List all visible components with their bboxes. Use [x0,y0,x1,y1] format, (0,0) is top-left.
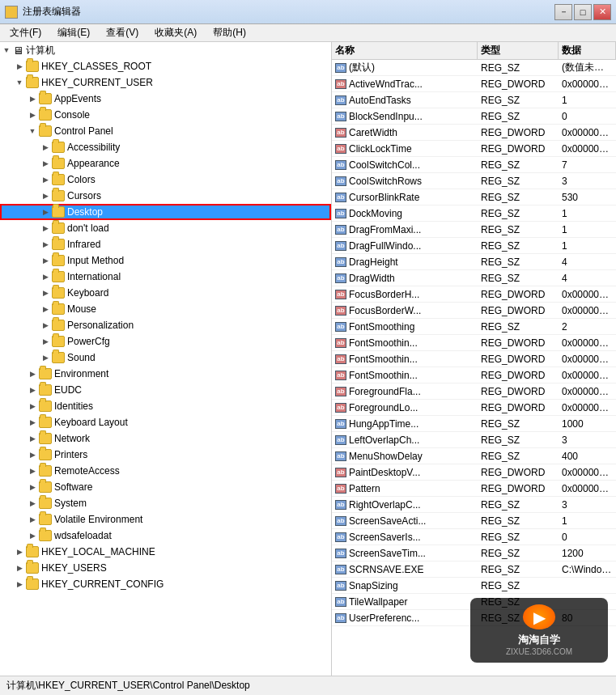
tree-item-eudc[interactable]: ▶EUDC [0,382,331,398]
table-row[interactable]: ab DragFullWindo... REG_SZ 1 [332,238,616,254]
tree-item-personalization[interactable]: ▶Personalization [0,317,331,333]
tree-item-international[interactable]: ▶International [0,269,331,285]
table-row[interactable]: ab PaintDesktopV... REG_DWORD 0x00000000 [332,464,616,481]
menu-favorites[interactable]: 收藏夹(A) [148,24,203,41]
expander-icon[interactable]: ▶ [39,319,52,332]
table-row[interactable]: ab ScreenSaverIs... REG_SZ 0 [332,529,616,545]
tree-item-colors[interactable]: ▶Colors [0,172,331,188]
expander-icon[interactable]: ▶ [39,189,52,202]
tree-item-hkcu[interactable]: ▼HKEY_CURRENT_USER [0,74,331,91]
tree-item-appearance[interactable]: ▶Appearance [0,155,331,172]
expander-icon[interactable]: ▶ [26,400,39,413]
tree-item-software[interactable]: ▶Software [0,479,331,495]
expander-icon[interactable]: ▶ [26,367,39,380]
expander-icon[interactable]: ▶ [39,303,52,316]
tree-item-accessibility[interactable]: ▶Accessibility [0,139,331,155]
tree-item-environment[interactable]: ▶Environment [0,366,331,382]
table-row[interactable]: ab DragWidth REG_SZ 4 [332,270,616,286]
expander-icon[interactable]: ▶ [26,529,39,542]
tree-item-console[interactable]: ▶Console [0,107,331,123]
table-row[interactable]: ab HungAppTime... REG_SZ 1000 [332,416,616,432]
close-button[interactable]: ✕ [593,4,611,20]
tree-item-dontload[interactable]: ▶don't load [0,220,331,236]
expander-icon[interactable]: ▶ [13,545,26,558]
expander-icon[interactable]: ▶ [26,416,39,429]
table-row[interactable]: ab ScreenSaveActi... REG_SZ 1 [332,513,616,529]
expander-icon[interactable]: ▶ [39,351,52,364]
tree-item-hkcr[interactable]: ▶HKEY_CLASSES_ROOT [0,58,331,74]
table-row[interactable]: ab Pattern REG_DWORD 0x00000000 [332,481,616,497]
tree-item-hku[interactable]: ▶HKEY_USERS [0,560,331,576]
tree-item-keyboard[interactable]: ▶Keyboard [0,285,331,301]
expander-icon[interactable]: ▶ [39,157,52,170]
table-row[interactable]: ab LeftOverlapCh... REG_SZ 3 [332,432,616,448]
table-row[interactable]: ab DragHeight REG_SZ 4 [332,254,616,270]
table-row[interactable]: ab ForegroundFla... REG_DWORD 0x00000007 [332,384,616,400]
menu-file[interactable]: 文件(F) [3,24,48,41]
table-row[interactable]: ab SCRNSAVE.EXE REG_SZ C:\Windows\ [332,562,616,578]
table-row[interactable]: ab SnapSizing REG_SZ [332,578,616,594]
tree-item-sound[interactable]: ▶Sound [0,350,331,366]
table-row[interactable]: ab RightOverlapC... REG_SZ 3 [332,497,616,513]
table-row[interactable]: ab CoolSwitchCol... REG_SZ 7 [332,157,616,173]
expander-icon[interactable]: ▶ [26,432,39,445]
table-row[interactable]: ab FontSmoothin... REG_DWORD 0x00000002 [332,367,616,384]
expander-icon[interactable]: ▶ [13,60,26,73]
expander-icon[interactable]: ▶ [26,513,39,526]
expander-icon[interactable]: ▶ [26,108,39,121]
expander-icon[interactable]: ▼ [26,125,39,138]
tree-item-mouse[interactable]: ▶Mouse [0,301,331,317]
menu-help[interactable]: 帮助(H) [206,24,253,41]
menu-view[interactable]: 查看(V) [100,24,145,41]
tree-item-volatileenv[interactable]: ▶Volatile Environment [0,511,331,528]
table-row[interactable]: ab AutoEndTasks REG_SZ 1 [332,92,616,108]
table-row[interactable]: ab ForegroundLo... REG_DWORD 0x00000000 [332,400,616,416]
expander-icon[interactable]: ▼ [13,76,26,89]
expander-icon[interactable]: ▶ [26,464,39,477]
tree-item-inputmethod[interactable]: ▶Input Method [0,252,331,269]
tree-item-system[interactable]: ▶System [0,495,331,511]
tree-item-computer[interactable]: ▼🖥计算机 [0,42,331,58]
expander-icon[interactable]: ▶ [39,254,52,267]
expander-icon[interactable]: ▶ [26,92,39,105]
table-row[interactable]: ab BlockSendInpu... REG_SZ 0 [332,108,616,125]
expander-icon[interactable]: ▶ [39,238,52,251]
table-row[interactable]: ab FontSmoothin... REG_DWORD 0x00000000 [332,335,616,351]
table-row[interactable]: ab CursorBlinkRate REG_SZ 530 [332,189,616,206]
tree-item-identities[interactable]: ▶Identities [0,398,331,414]
minimize-button[interactable]: － [554,4,572,20]
table-row[interactable]: ab ScreenSaveTim... REG_SZ 1200 [332,545,616,562]
table-row[interactable]: ab FocusBorderW... REG_DWORD 0x00000001 [332,303,616,319]
tree-item-infrared[interactable]: ▶Infrared [0,236,331,252]
maximize-button[interactable]: □ [574,4,592,20]
table-row[interactable]: ab FontSmoothing REG_SZ 2 [332,319,616,335]
expander-icon[interactable]: ▶ [13,578,26,591]
table-row[interactable]: ab ClickLockTime REG_DWORD 0x000004b0 [332,141,616,157]
expander-icon[interactable]: ▶ [39,286,52,299]
table-row[interactable]: ab CoolSwitchRows REG_SZ 3 [332,173,616,189]
tree-item-powercfg[interactable]: ▶PowerCfg [0,333,331,350]
expander-icon[interactable]: ▶ [26,497,39,510]
tree-item-controlpanel[interactable]: ▼Control Panel [0,123,331,139]
tree-item-wdsafeloadat[interactable]: ▶wdsafeloadat [0,528,331,544]
expander-icon[interactable]: ▶ [39,173,52,186]
expander-icon[interactable]: ▶ [26,384,39,396]
expander-icon[interactable]: ▶ [39,335,52,348]
expander-icon[interactable]: ▶ [26,481,39,494]
table-row[interactable]: ab ActiveWndTrac... REG_DWORD 0x00000000 [332,76,616,92]
tree-item-desktop[interactable]: ▶Desktop [0,204,331,220]
table-row[interactable]: ab CaretWidth REG_DWORD 0x00000001 [332,125,616,141]
table-row[interactable]: ab DockMoving REG_SZ 1 [332,206,616,222]
tree-item-hkcc[interactable]: ▶HKEY_CURRENT_CONFIG [0,576,331,592]
expander-icon[interactable]: ▶ [39,206,52,218]
tree-item-appevents[interactable]: ▶AppEvents [0,91,331,107]
tree-item-hklm[interactable]: ▶HKEY_LOCAL_MACHINE [0,544,331,560]
table-row[interactable]: ab FontSmoothin... REG_DWORD 0x00000001 [332,351,616,367]
menu-edit[interactable]: 编辑(E) [51,24,96,41]
expander-icon[interactable]: ▶ [26,448,39,461]
tree-item-printers[interactable]: ▶Printers [0,447,331,463]
tree-item-cursors[interactable]: ▶Cursors [0,188,331,204]
table-row[interactable]: ab DragFromMaxi... REG_SZ 1 [332,222,616,238]
table-row[interactable]: ab (默认) REG_SZ (数值未设置) [332,60,616,76]
expander-icon[interactable]: ▶ [13,562,26,574]
